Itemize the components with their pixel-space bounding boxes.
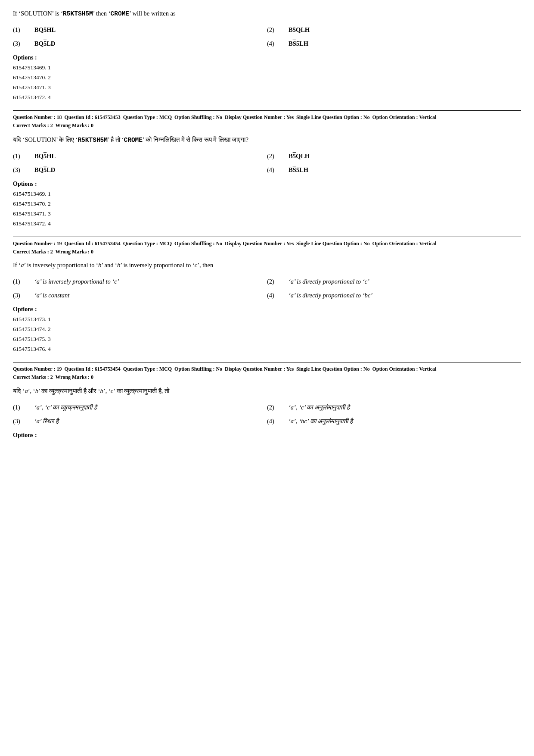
option-item: (4) BS5LH bbox=[267, 164, 521, 175]
option-item: (3) BQ5LD bbox=[13, 164, 267, 175]
option-item: (4) BS5LH bbox=[267, 38, 521, 49]
option-item: (1) ‘a’, ‘c’ का व्युत्क्रमानुपाती है bbox=[13, 402, 267, 413]
q19-hi-text: यदि ‘a’, ‘b’ का व्युत्क्रमानुपाती है और … bbox=[13, 386, 521, 397]
meta-marks: Correct Marks : 2 Wrong Marks : 0 bbox=[13, 248, 521, 256]
options-list: 61547513473. 1 61547513474. 2 6154751347… bbox=[13, 315, 521, 354]
option-item: (1) BQ5HL bbox=[13, 24, 267, 35]
q19-en-options: (1) ‘a’ is inversely proportional to ‘c’… bbox=[13, 276, 521, 301]
option-item: (4) ‘a’ is directly proportional to ‘bc’ bbox=[267, 290, 521, 301]
options-label: Options : bbox=[13, 181, 521, 187]
options-label: Options : bbox=[13, 306, 521, 313]
option-value: 61547513470. 2 bbox=[13, 199, 521, 209]
option-item: (3) BQ5LD bbox=[13, 38, 267, 49]
option-value: 61547513473. 1 bbox=[13, 315, 521, 325]
option-item: (2) B5QLH bbox=[267, 150, 521, 162]
q18-hi-text: यदि ‘SOLUTION’ के लिए ‘R5KTSH5M’ है तो ‘… bbox=[13, 134, 521, 146]
q17-en-text: If ‘SOLUTION’ is ‘R5KTSH5M’ then ‘CROME’… bbox=[13, 9, 521, 19]
meta-marks: Correct Marks : 2 Wrong Marks : 0 bbox=[13, 373, 521, 381]
option-item: (4) ‘a’, ‘bc’ का अनुलोमानुपाती है bbox=[267, 415, 521, 427]
q18-meta: Question Number : 18 Question Id : 61547… bbox=[13, 110, 521, 130]
options-label: Options : bbox=[13, 432, 521, 439]
option-value: 61547513474. 2 bbox=[13, 325, 521, 334]
q19-hi-options: (1) ‘a’, ‘c’ का व्युत्क्रमानुपाती है (2)… bbox=[13, 402, 521, 427]
option-item: (2) ‘a’, ‘c’ का अनुलोमानुपाती है bbox=[267, 402, 521, 413]
question-18-hindi: यदि ‘SOLUTION’ के लिए ‘R5KTSH5M’ है तो ‘… bbox=[13, 134, 521, 229]
option-item: (1) ‘a’ is inversely proportional to ‘c’ bbox=[13, 276, 267, 287]
option-item: (2) B5QLH bbox=[267, 24, 521, 35]
option-value: 61547513471. 3 bbox=[13, 83, 521, 93]
option-value: 61547513475. 3 bbox=[13, 334, 521, 344]
meta-line1: Question Number : 19 Question Id : 61547… bbox=[13, 240, 521, 248]
question-17-english: If ‘SOLUTION’ is ‘R5KTSH5M’ then ‘CROME’… bbox=[13, 9, 521, 103]
q17-en-options: (1) BQ5HL (2) B5QLH (3) BQ5LD (4) BS5LH bbox=[13, 24, 521, 49]
option-value: 61547513471. 3 bbox=[13, 209, 521, 219]
options-list: 61547513469. 1 61547513470. 2 6154751347… bbox=[13, 189, 521, 229]
option-item: (3) ‘a’ स्थिर है bbox=[13, 415, 267, 427]
meta-line1: Question Number : 18 Question Id : 61547… bbox=[13, 113, 521, 122]
option-value: 61547513469. 1 bbox=[13, 189, 521, 199]
question-19-english: If ‘a’ is inversely proportional to ‘b’ … bbox=[13, 260, 521, 354]
option-item: (1) BQ5HL bbox=[13, 150, 267, 162]
options-list: 61547513469. 1 61547513470. 2 6154751347… bbox=[13, 63, 521, 103]
option-value: 61547513470. 2 bbox=[13, 73, 521, 83]
question-19-hindi: यदि ‘a’, ‘b’ का व्युत्क्रमानुपाती है और … bbox=[13, 386, 521, 439]
q19-meta-2: Question Number : 19 Question Id : 61547… bbox=[13, 362, 521, 381]
meta-line1: Question Number : 19 Question Id : 61547… bbox=[13, 365, 521, 373]
q18-hi-options: (1) BQ5HL (2) B5QLH (3) BQ5LD (4) BS5LH bbox=[13, 150, 521, 175]
option-value: 61547513472. 4 bbox=[13, 93, 521, 103]
q19-meta: Question Number : 19 Question Id : 61547… bbox=[13, 237, 521, 256]
options-label: Options : bbox=[13, 54, 521, 61]
option-value: 61547513469. 1 bbox=[13, 63, 521, 73]
option-value: 61547513476. 4 bbox=[13, 344, 521, 354]
option-value: 61547513472. 4 bbox=[13, 219, 521, 229]
meta-marks: Correct Marks : 2 Wrong Marks : 0 bbox=[13, 122, 521, 130]
option-item: (3) ‘a’ is constant bbox=[13, 290, 267, 301]
q19-en-text: If ‘a’ is inversely proportional to ‘b’ … bbox=[13, 260, 521, 270]
option-item: (2) ‘a’ is directly proportional to ‘c’ bbox=[267, 276, 521, 287]
